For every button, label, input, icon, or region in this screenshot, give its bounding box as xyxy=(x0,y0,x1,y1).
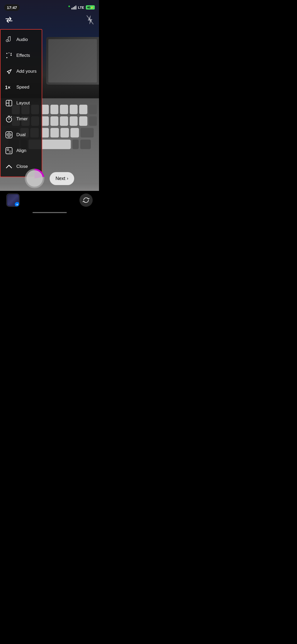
swap-camera-button[interactable] xyxy=(5,17,13,23)
svg-point-13 xyxy=(8,134,10,136)
lte-label: LTE xyxy=(78,6,84,10)
layout-label: Layout xyxy=(16,100,30,106)
close-label: Close xyxy=(16,164,28,169)
next-chevron-icon: › xyxy=(67,176,68,181)
svg-point-4 xyxy=(9,53,10,53)
timer-icon xyxy=(5,115,13,123)
flash-button[interactable] xyxy=(86,15,94,25)
svg-point-1 xyxy=(6,53,7,54)
network-dot xyxy=(68,6,70,7)
speed-icon: 1× xyxy=(5,83,13,91)
side-menu-panel: Audio Effects Add yours 1× xyxy=(0,29,42,177)
align-icon xyxy=(5,146,13,155)
svg-rect-14 xyxy=(6,148,12,154)
bottom-controls: Next › xyxy=(0,169,99,188)
effects-label: Effects xyxy=(16,53,30,58)
menu-item-align[interactable]: Align xyxy=(1,143,42,159)
speed-label: Speed xyxy=(16,85,29,90)
bottom-tray: + xyxy=(0,191,99,215)
menu-item-timer[interactable]: Timer xyxy=(1,111,42,127)
status-time: 17:47 xyxy=(4,4,20,11)
record-button-inner xyxy=(26,170,43,187)
add-yours-label: Add yours xyxy=(16,69,37,74)
top-bar xyxy=(0,13,99,26)
menu-item-layout[interactable]: Layout xyxy=(1,95,42,111)
svg-point-2 xyxy=(11,53,12,54)
svg-point-10 xyxy=(9,119,10,120)
effects-icon xyxy=(5,51,13,60)
signal-bar-1 xyxy=(72,8,72,10)
svg-point-12 xyxy=(7,133,11,137)
signal-bar-3 xyxy=(74,6,75,10)
audio-label: Audio xyxy=(16,37,28,42)
svg-rect-16 xyxy=(9,151,11,153)
menu-item-add-yours[interactable]: Add yours xyxy=(1,63,42,79)
battery-indicator: 40 ⚡ xyxy=(86,5,95,10)
home-indicator xyxy=(32,212,67,213)
menu-item-effects[interactable]: Effects xyxy=(1,48,42,63)
menu-item-speed[interactable]: 1× Speed xyxy=(1,79,42,95)
status-bar: 17:47 LTE 40 ⚡ xyxy=(0,0,99,12)
dual-label: Dual xyxy=(16,132,26,137)
dual-icon xyxy=(5,131,13,139)
align-label: Align xyxy=(16,148,26,153)
svg-point-3 xyxy=(6,57,7,58)
status-right: LTE 40 ⚡ xyxy=(68,5,95,10)
menu-item-dual[interactable]: Dual xyxy=(1,127,42,143)
signal-bars xyxy=(72,6,76,10)
timer-label: Timer xyxy=(16,116,28,122)
svg-text:1×: 1× xyxy=(5,85,11,90)
next-label: Next xyxy=(55,176,65,181)
record-button[interactable] xyxy=(25,169,44,188)
signal-bar-4 xyxy=(76,6,76,10)
gallery-add-badge: + xyxy=(15,202,20,207)
audio-icon xyxy=(5,35,13,44)
svg-rect-15 xyxy=(7,149,9,150)
next-button[interactable]: Next › xyxy=(50,172,74,185)
laptop-visual xyxy=(46,37,99,85)
layout-icon xyxy=(5,99,13,107)
gallery-thumbnail[interactable]: + xyxy=(6,194,20,207)
signal-bar-2 xyxy=(73,7,74,10)
add-yours-icon xyxy=(5,67,13,76)
flip-camera-button[interactable] xyxy=(79,194,93,207)
menu-item-audio[interactable]: Audio xyxy=(1,32,42,48)
